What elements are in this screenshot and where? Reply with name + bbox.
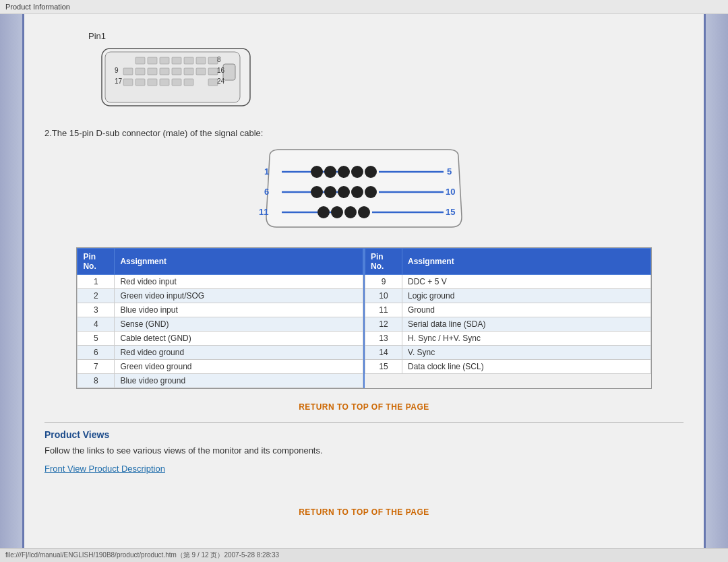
svg-point-41 (311, 186, 323, 198)
pin-assignment: H. Sync / H+V. Sync (402, 332, 651, 346)
table-row: 13H. Sync / H+V. Sync (365, 332, 651, 346)
pin-assignment: Sense (GND) (115, 317, 363, 332)
svg-point-40 (365, 166, 377, 178)
pin-assignment: Cable detect (GND) (115, 332, 363, 346)
pin-number: 1 (78, 275, 115, 289)
svg-rect-17 (123, 79, 133, 86)
pin-assignment: DDC + 5 V (402, 275, 651, 289)
top-bar-label: Product Information (5, 3, 70, 11)
svg-rect-7 (196, 57, 206, 64)
svg-rect-22 (184, 79, 193, 86)
table-row: 1Red video input (78, 275, 363, 289)
pin-assignment: Ground (402, 303, 651, 317)
pin-number: 6 (78, 346, 115, 360)
left-assignment-header: Assignment (115, 249, 363, 275)
pin-assignment: Logic ground (402, 289, 651, 303)
pin-number: 11 (365, 303, 402, 317)
table-row: 5Cable detect (GND) (78, 332, 363, 346)
svg-rect-19 (148, 79, 157, 86)
table-row: 14V. Sync (365, 346, 651, 360)
front-view-link[interactable]: Front View Product Description (44, 464, 165, 474)
dsub-description: 2.The 15-pin D-sub connector (male) of t… (44, 128, 684, 138)
svg-text:5: 5 (447, 166, 452, 177)
return-top-link-2[interactable]: RETURN TO TOP OF THE PAGE (44, 507, 684, 517)
svg-rect-11 (148, 68, 157, 75)
right-pinno-header: Pin No. (365, 249, 402, 275)
bottom-bar-text: file:///F|/lcd/manual/ENGLISH/190B8/prod… (5, 551, 279, 559)
svg-rect-20 (160, 79, 169, 86)
pin-number: 15 (365, 360, 402, 374)
svg-rect-14 (184, 68, 193, 75)
product-views-description: Follow the links to see various views of… (44, 445, 684, 456)
product-views-title: Product Views (44, 429, 684, 440)
sidebar-right (704, 14, 728, 548)
sidebar-left (0, 14, 24, 548)
table-row: 9DDC + 5 V (365, 275, 651, 289)
svg-point-43 (338, 186, 350, 198)
pin-number: 3 (78, 303, 115, 317)
pin-number: 8 (78, 374, 115, 388)
svg-point-42 (324, 186, 336, 198)
table-row: 2Green video input/SOG (78, 289, 363, 303)
pin-assignment: Green video ground (115, 360, 363, 374)
svg-point-38 (338, 166, 350, 178)
svg-rect-13 (172, 68, 181, 75)
dvi-diagram: 8 9 16 17 24 (85, 45, 280, 115)
dsub-diagram: 1 5 6 10 11 15 (44, 146, 684, 234)
svg-rect-2 (135, 57, 145, 64)
pin-number: 13 (365, 332, 402, 346)
table-row: 11Ground (365, 303, 651, 317)
svg-rect-16 (208, 68, 218, 75)
table-row: 4Sense (GND) (78, 317, 363, 332)
svg-rect-4 (160, 57, 169, 64)
pin-number: 2 (78, 289, 115, 303)
top-bar: Product Information (0, 0, 728, 14)
pin-number: 4 (78, 317, 115, 332)
product-views-section: Product Views Follow the links to see va… (44, 429, 684, 487)
svg-text:24: 24 (217, 77, 225, 85)
svg-rect-15 (196, 68, 206, 75)
pin-assignment: Blue video input (115, 303, 363, 317)
table-row: 3Blue video input (78, 303, 363, 317)
svg-point-45 (365, 186, 377, 198)
svg-rect-9 (123, 68, 133, 75)
left-pinno-header: Pin No. (78, 249, 115, 275)
svg-rect-21 (172, 79, 181, 86)
return-top-link-1[interactable]: RETURN TO TOP OF THE PAGE (44, 402, 684, 412)
pin-number: 5 (78, 332, 115, 346)
svg-text:11: 11 (259, 207, 268, 217)
svg-point-36 (311, 166, 323, 178)
svg-point-37 (324, 166, 336, 178)
table-row: 10Logic ground (365, 289, 651, 303)
pin-table-right: Pin No. Assignment 9DDC + 5 V10Logic gro… (365, 248, 651, 388)
dvi-connector: Pin1 (85, 31, 684, 115)
svg-text:10: 10 (446, 187, 455, 197)
svg-rect-18 (135, 79, 145, 86)
svg-rect-3 (148, 57, 157, 64)
svg-rect-24 (223, 64, 235, 80)
table-row: 6Red video ground (78, 346, 363, 360)
svg-rect-8 (208, 57, 218, 64)
pin-assignment: Data clock line (SCL) (402, 360, 651, 374)
svg-text:9: 9 (115, 67, 119, 74)
pin-table: Pin No. Assignment 1Red video input2Gree… (76, 247, 651, 389)
svg-text:15: 15 (446, 207, 455, 217)
table-row: 7Green video ground (78, 360, 363, 374)
svg-rect-5 (172, 57, 181, 64)
pin-number: 14 (365, 346, 402, 360)
svg-text:17: 17 (115, 77, 123, 85)
table-row: 8Blue video ground (78, 374, 363, 388)
pin-assignment: V. Sync (402, 346, 651, 360)
pin1-label: Pin1 (88, 31, 106, 41)
svg-text:1: 1 (264, 166, 269, 177)
pin-assignment: Blue video ground (115, 374, 363, 388)
right-assignment-header: Assignment (402, 249, 651, 275)
svg-text:16: 16 (217, 67, 225, 74)
pin-assignment: Red video input (115, 275, 363, 289)
svg-rect-6 (184, 57, 193, 64)
pin-assignment: Green video input/SOG (115, 289, 363, 303)
svg-text:8: 8 (217, 56, 221, 63)
main-content: Pin1 (24, 14, 704, 548)
pin-number: 12 (365, 317, 402, 332)
table-row: 12Serial data line (SDA) (365, 317, 651, 332)
